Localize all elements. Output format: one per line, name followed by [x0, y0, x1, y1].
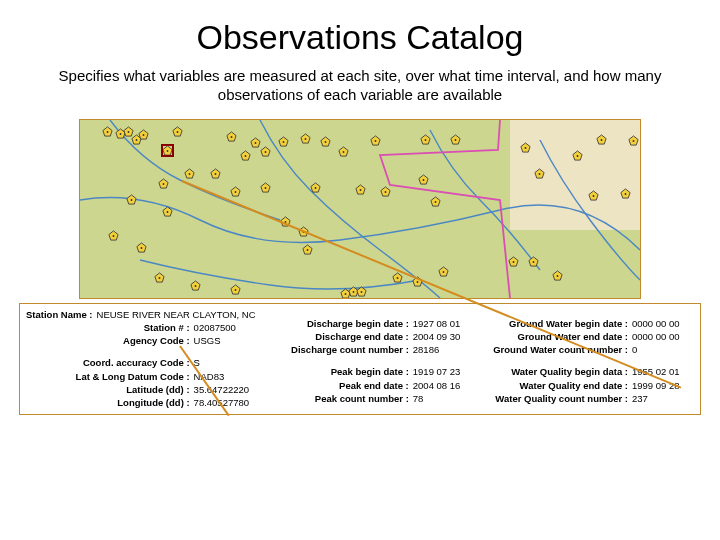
station-marker[interactable]: [588, 190, 599, 201]
info-row: Peak begin date :1919 07 23: [264, 365, 475, 378]
info-value: 78: [413, 392, 475, 405]
svg-point-26: [315, 187, 317, 189]
svg-point-23: [265, 187, 267, 189]
svg-point-51: [443, 271, 445, 273]
info-label: Water Quality end date :: [483, 379, 628, 392]
station-marker[interactable]: [102, 126, 113, 137]
station-marker[interactable]: [230, 186, 241, 197]
station-marker[interactable]: [230, 284, 241, 295]
svg-point-9: [255, 142, 257, 144]
station-marker[interactable]: [184, 168, 195, 179]
svg-point-50: [417, 281, 419, 283]
info-row: Discharge count number :28186: [264, 343, 475, 356]
svg-point-5: [143, 134, 145, 136]
station-marker[interactable]: [108, 230, 119, 241]
station-marker[interactable]: [508, 256, 519, 267]
info-row: Peak count number :78: [264, 392, 475, 405]
svg-point-16: [375, 140, 377, 142]
station-marker[interactable]: [380, 186, 391, 197]
station-marker[interactable]: [172, 126, 183, 137]
station-marker[interactable]: [572, 150, 583, 161]
svg-point-24: [131, 199, 133, 201]
svg-point-14: [325, 141, 327, 143]
info-value: NEUSE RIVER NEAR CLAYTON, NC: [97, 308, 256, 321]
svg-point-22: [235, 191, 237, 193]
svg-point-7: [167, 150, 169, 152]
info-row: Latitude (dd) :35.64722220: [26, 383, 256, 396]
svg-point-49: [397, 277, 399, 279]
station-marker[interactable]: [210, 168, 221, 179]
station-marker[interactable]: [528, 256, 539, 267]
station-marker-selected[interactable]: [162, 145, 173, 156]
station-marker[interactable]: [628, 135, 639, 146]
station-marker[interactable]: [596, 134, 607, 145]
station-marker[interactable]: [138, 129, 149, 140]
info-label: Peak begin date :: [264, 365, 409, 378]
station-marker[interactable]: [338, 146, 349, 157]
station-marker[interactable]: [450, 134, 461, 145]
info-col-1: Station Name :NEUSE RIVER NEAR CLAYTON, …: [22, 308, 260, 410]
info-label: Peak end date :: [264, 379, 409, 392]
svg-rect-0: [510, 120, 640, 230]
info-value: 28186: [413, 343, 475, 356]
station-marker[interactable]: [240, 150, 251, 161]
info-label: Station # :: [26, 321, 190, 334]
info-label: Longitude (dd) :: [26, 396, 190, 409]
info-row: Water Quality begin data :1955 02 01: [483, 365, 694, 378]
station-marker[interactable]: [260, 182, 271, 193]
info-row: Station # :02087500: [26, 321, 256, 334]
station-marker[interactable]: [620, 188, 631, 199]
station-marker[interactable]: [356, 286, 367, 297]
station-marker[interactable]: [310, 182, 321, 193]
map[interactable]: [79, 119, 641, 299]
station-marker[interactable]: [260, 146, 271, 157]
station-marker[interactable]: [300, 133, 311, 144]
station-marker[interactable]: [162, 206, 173, 217]
station-marker[interactable]: [520, 142, 531, 153]
svg-point-44: [195, 285, 197, 287]
station-marker[interactable]: [136, 242, 147, 253]
svg-point-18: [455, 139, 457, 141]
svg-point-53: [533, 261, 535, 263]
info-value: 35.64722220: [194, 383, 256, 396]
info-value: 2004 09 30: [413, 330, 475, 343]
svg-point-15: [343, 151, 345, 153]
info-label: Peak count number :: [264, 392, 409, 405]
info-row: Coord. accuracy Code :S: [26, 356, 256, 369]
station-marker[interactable]: [370, 135, 381, 146]
svg-point-8: [231, 136, 233, 138]
info-value: 2004 08 16: [413, 379, 475, 392]
svg-point-30: [435, 201, 437, 203]
info-value: 1927 08 01: [413, 317, 475, 330]
svg-point-19: [163, 183, 165, 185]
station-marker[interactable]: [430, 196, 441, 207]
station-marker[interactable]: [355, 184, 366, 195]
station-marker[interactable]: [552, 270, 563, 281]
station-marker[interactable]: [302, 244, 313, 255]
station-marker[interactable]: [438, 266, 449, 277]
station-marker[interactable]: [534, 168, 545, 179]
info-label: Discharge end date :: [264, 330, 409, 343]
info-label: Ground Water count number :: [483, 343, 628, 356]
station-marker[interactable]: [420, 134, 431, 145]
svg-point-38: [113, 235, 115, 237]
station-marker[interactable]: [320, 136, 331, 147]
station-marker[interactable]: [226, 131, 237, 142]
info-label: Latitude (dd) :: [26, 383, 190, 396]
svg-point-17: [425, 139, 427, 141]
svg-point-11: [265, 151, 267, 153]
station-marker[interactable]: [278, 136, 289, 147]
station-marker[interactable]: [154, 272, 165, 283]
station-info-panel: Station Name :NEUSE RIVER NEAR CLAYTON, …: [19, 303, 701, 415]
station-marker[interactable]: [158, 178, 169, 189]
station-marker[interactable]: [418, 174, 429, 185]
station-marker[interactable]: [126, 194, 137, 205]
info-label: Ground Water begin date :: [483, 317, 628, 330]
info-label: Water Quality begin data :: [483, 365, 628, 378]
info-row: Lat & Long Datum Code :NAD83: [26, 370, 256, 383]
info-label: Lat & Long Datum Code :: [26, 370, 190, 383]
info-row: Ground Water end date :0000 00 00: [483, 330, 694, 343]
info-label: Agency Code :: [26, 334, 190, 347]
info-row: Water Quality count number :237: [483, 392, 694, 405]
station-marker[interactable]: [190, 280, 201, 291]
